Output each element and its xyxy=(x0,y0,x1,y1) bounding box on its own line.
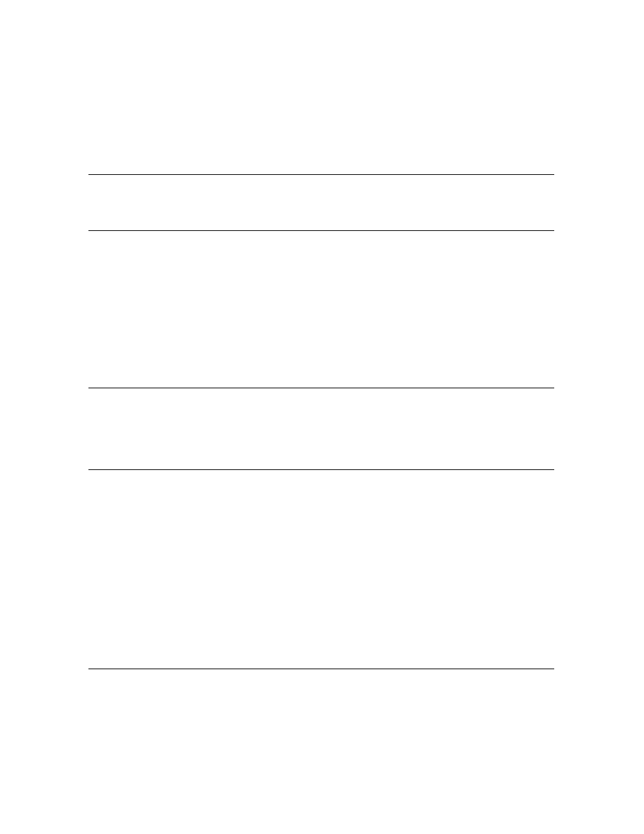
horizontal-rule xyxy=(88,669,554,669)
horizontal-rule xyxy=(88,388,554,388)
horizontal-rule xyxy=(88,230,554,231)
horizontal-rule xyxy=(88,174,554,175)
horizontal-rule xyxy=(88,469,554,470)
